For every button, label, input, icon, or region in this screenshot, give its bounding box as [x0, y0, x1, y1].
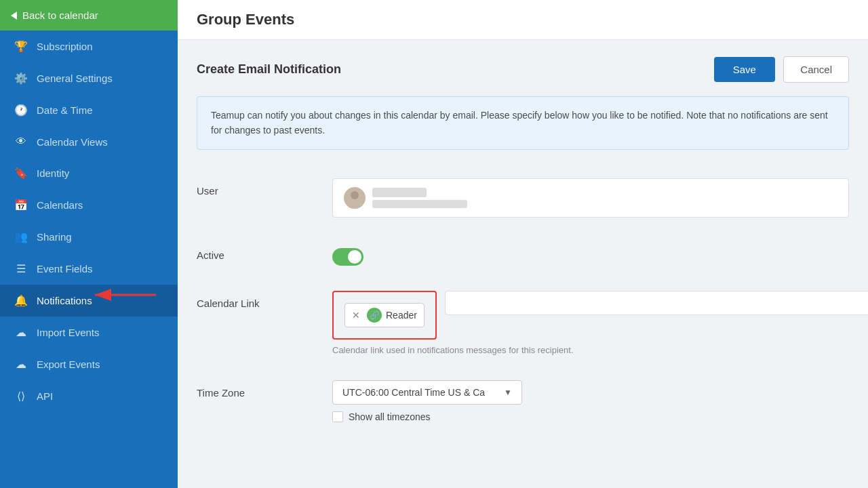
back-to-calendar-button[interactable]: Back to calendar — [0, 0, 178, 30]
sidebar: Back to calendar 🏆Subscription⚙️General … — [0, 0, 178, 488]
sidebar-item-sharing-label: Sharing — [37, 231, 72, 243]
show-timezones-checkbox[interactable] — [332, 411, 343, 422]
sidebar-item-identity[interactable]: 🔖Identity — [0, 157, 178, 189]
sidebar-item-date-time[interactable]: 🕐Date & Time — [0, 94, 178, 126]
back-arrow-icon — [11, 12, 17, 20]
avatar — [344, 187, 366, 209]
api-icon: ⟨⟩ — [14, 390, 28, 403]
general-settings-icon: ⚙️ — [14, 72, 28, 85]
remove-link-icon[interactable]: ✕ — [352, 310, 360, 321]
user-display — [332, 178, 849, 218]
user-email — [372, 200, 467, 208]
back-button-label: Back to calendar — [22, 9, 98, 21]
info-text: Teamup can notify you about changes in t… — [211, 110, 828, 136]
sidebar-item-identity-label: Identity — [37, 167, 69, 179]
form-header: Create Email Notification Save Cancel — [197, 56, 849, 83]
sidebar-item-notifications-label: Notifications — [37, 295, 92, 306]
sidebar-item-calendar-views[interactable]: 👁Calendar Views — [0, 126, 178, 157]
sidebar-item-date-time-label: Date & Time — [37, 104, 93, 116]
page-title: Group Events — [197, 11, 849, 28]
calendar-link-tag[interactable]: ✕ 🔗 Reader — [344, 303, 425, 327]
svg-point-1 — [347, 201, 362, 209]
sidebar-item-general-settings-label: General Settings — [37, 73, 113, 84]
calendar-link-control: ✕ 🔗 Reader ▼ Calendar link used in notif… — [332, 291, 868, 355]
identity-icon: 🔖 — [14, 167, 28, 180]
show-timezones-row: Show all timezones — [332, 411, 849, 422]
timezone-row: Time Zone UTC-06:00 Central Time US & Ca… — [197, 368, 849, 434]
user-name — [372, 188, 427, 197]
active-toggle[interactable]: ✓ — [332, 248, 363, 266]
sidebar-item-api-label: API — [37, 390, 53, 402]
sidebar-item-subscription-label: Subscription — [37, 41, 93, 52]
show-timezones-label: Show all timezones — [349, 411, 431, 422]
subscription-icon: 🏆 — [14, 40, 28, 53]
sidebar-item-calendars-label: Calendars — [37, 199, 83, 211]
timezone-dropdown-arrow: ▼ — [504, 388, 512, 397]
svg-point-0 — [351, 191, 359, 199]
calendar-link-box: ✕ 🔗 Reader — [332, 291, 437, 340]
sidebar-item-import-events[interactable]: ☁Import Events — [0, 317, 178, 348]
active-row: Active ✓ — [197, 230, 849, 279]
date-time-icon: 🕐 — [14, 104, 28, 117]
calendar-views-icon: 👁 — [14, 136, 28, 148]
user-field — [332, 178, 849, 218]
user-row: User — [197, 166, 849, 230]
save-button[interactable]: Save — [714, 57, 775, 82]
sidebar-item-calendar-views-label: Calendar Views — [37, 136, 108, 148]
export-events-icon: ☁ — [14, 358, 28, 371]
page-header: Group Events — [178, 0, 868, 40]
link-icon: 🔗 — [367, 308, 382, 323]
sidebar-item-sharing[interactable]: 👥Sharing — [0, 221, 178, 253]
sidebar-item-event-fields[interactable]: ☰Event Fields — [0, 253, 178, 285]
sidebar-item-notifications[interactable]: 🔔Notifications — [0, 285, 178, 317]
toggle-check-icon: ✓ — [353, 251, 359, 261]
timezone-control: UTC-06:00 Central Time US & Ca ▼ Show al… — [332, 380, 849, 422]
calendar-link-tag-label: Reader — [386, 310, 417, 321]
event-fields-icon: ☰ — [14, 262, 28, 275]
sharing-icon: 👥 — [14, 230, 28, 243]
user-info — [372, 188, 467, 208]
timezone-select[interactable]: UTC-06:00 Central Time US & Ca ▼ — [332, 380, 522, 405]
sidebar-item-general-settings[interactable]: ⚙️General Settings — [0, 62, 178, 94]
form-actions: Save Cancel — [714, 56, 849, 83]
active-toggle-wrap: ✓ — [332, 243, 849, 266]
sidebar-item-subscription[interactable]: 🏆Subscription — [0, 30, 178, 62]
sidebar-item-import-events-label: Import Events — [37, 327, 100, 338]
notifications-icon: 🔔 — [14, 294, 28, 307]
calendar-link-label: Calendar Link — [197, 291, 332, 309]
content-area: Create Email Notification Save Cancel Te… — [178, 40, 868, 451]
sidebar-item-api[interactable]: ⟨⟩API — [0, 380, 178, 412]
calendar-link-row: Calendar Link ✕ 🔗 Reader ▼ — [197, 279, 849, 368]
import-events-icon: ☁ — [14, 326, 28, 339]
info-box: Teamup can notify you about changes in t… — [197, 96, 849, 150]
main-content: Group Events Create Email Notification S… — [178, 0, 868, 488]
form-title: Create Email Notification — [197, 62, 341, 77]
sidebar-item-export-events-label: Export Events — [37, 359, 100, 370]
calendar-link-helper: Calendar link used in notifications mess… — [332, 345, 868, 355]
calendar-link-dropdown[interactable]: ▼ — [445, 291, 868, 315]
timezone-label: Time Zone — [197, 380, 332, 399]
sidebar-item-export-events[interactable]: ☁Export Events — [0, 348, 178, 380]
timezone-value: UTC-06:00 Central Time US & Ca — [342, 387, 485, 398]
calendars-icon: 📅 — [14, 199, 28, 211]
sidebar-item-calendars[interactable]: 📅Calendars — [0, 189, 178, 221]
active-label: Active — [197, 243, 332, 261]
user-label: User — [197, 178, 332, 197]
sidebar-item-event-fields-label: Event Fields — [37, 263, 93, 274]
cancel-button[interactable]: Cancel — [783, 56, 849, 83]
toggle-container: ✓ — [332, 243, 849, 266]
